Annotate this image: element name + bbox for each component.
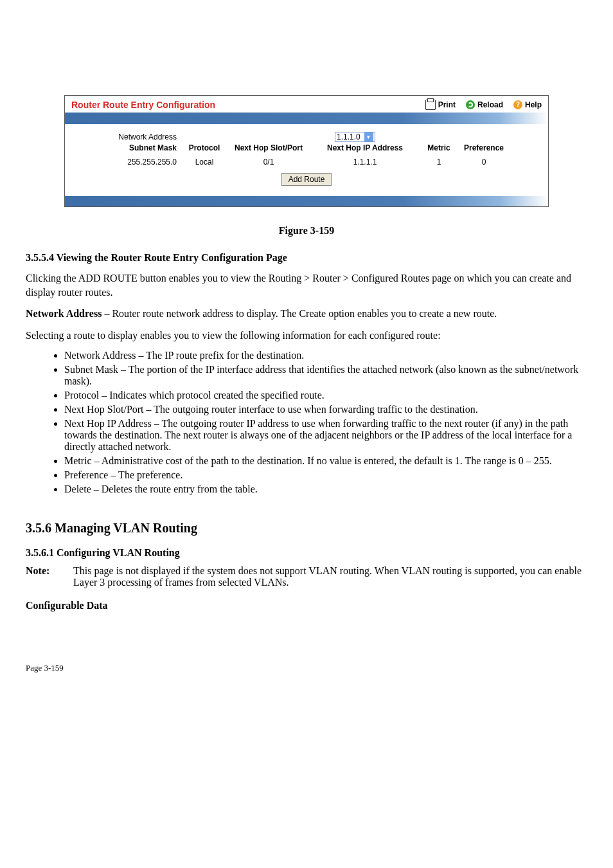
bullet-item: Protocol – Indicates which protocol crea… [64,390,587,401]
netaddr-description: Network Address – Router route network a… [26,307,587,321]
select-intro: Selecting a route to display enables you… [26,329,587,343]
help-label: Help [525,100,542,109]
route-entry-panel: Router Route Entry Configuration Print R… [64,95,549,207]
col-preference: Preference [458,143,510,152]
bullet-item: Subnet Mask – The portion of the IP inte… [64,364,587,387]
network-address-value: 1.1.1.0 [337,132,360,141]
cell-preference: 0 [458,158,510,167]
sub-heading: 3.5.6.1 Configuring VLAN Routing [26,547,587,559]
print-button[interactable]: Print [425,100,456,110]
note-block: Note: This page is not displayed if the … [26,565,587,588]
divider-bar [65,113,548,124]
reload-button[interactable]: Reload [466,100,503,110]
bullet-item: Next Hop IP Address – The outgoing route… [64,418,587,453]
panel-title: Router Route Entry Configuration [71,100,425,110]
netaddr-term: Network Address [26,308,102,319]
panel-header: Router Route Entry Configuration Print R… [65,96,548,113]
figure-caption: Figure 3-159 [26,225,587,237]
bullet-item: Network Address – The IP route prefix fo… [64,350,587,361]
section-heading: 3.5.5.4 Viewing the Router Route Entry C… [26,252,587,264]
bullet-item: Delete – Deletes the route entry from th… [64,484,587,495]
cell-subnet-mask: 255.255.255.0 [80,158,182,167]
reload-icon [466,100,475,109]
field-bullet-list: Network Address – The IP route prefix fo… [64,350,587,495]
add-route-button[interactable]: Add Route [281,173,332,186]
network-address-label: Network Address [80,132,182,141]
col-subnet-mask: Subnet Mask [80,143,182,152]
bullet-item: Preference – The preference. [64,469,587,481]
footer-left: Page 3-159 [26,663,64,673]
cell-next-hop: 0/1 [227,158,310,167]
table-data-row: 255.255.255.0 Local 0/1 1.1.1.1 1 0 [80,158,533,167]
note-label: Note: [26,565,71,577]
cell-next-ip: 1.1.1.1 [310,158,420,167]
help-button[interactable]: ? Help [513,100,542,110]
col-metric: Metric [420,143,458,152]
netaddr-rest: – Router route network address to displa… [102,308,497,319]
footer-bar [65,196,548,206]
sub-heading-2: Configurable Data [26,600,587,611]
col-protocol: Protocol [182,143,227,152]
network-address-select[interactable]: 1.1.1.0 ▾ [335,132,375,142]
reload-label: Reload [477,100,503,109]
cell-metric: 1 [420,158,458,167]
cell-protocol: Local [182,158,227,167]
bullet-item: Metric – Administrative cost of the path… [64,455,587,467]
note-body: This page is not displayed if the system… [73,565,583,588]
chevron-down-icon: ▾ [364,132,373,141]
print-icon [425,100,436,110]
col-next-ip: Next Hop IP Address [310,143,420,152]
h2-heading: 3.5.6 Managing VLAN Routing [26,521,587,536]
print-label: Print [438,100,456,109]
col-next-hop: Next Hop Slot/Port [227,143,310,152]
table-header-row: Subnet Mask Protocol Next Hop Slot/Port … [80,143,533,152]
bullet-item: Next Hop Slot/Port – The outgoing router… [64,404,587,415]
help-icon: ? [513,100,522,109]
intro-paragraph: Clicking the ADD ROUTE button enables yo… [26,271,587,299]
